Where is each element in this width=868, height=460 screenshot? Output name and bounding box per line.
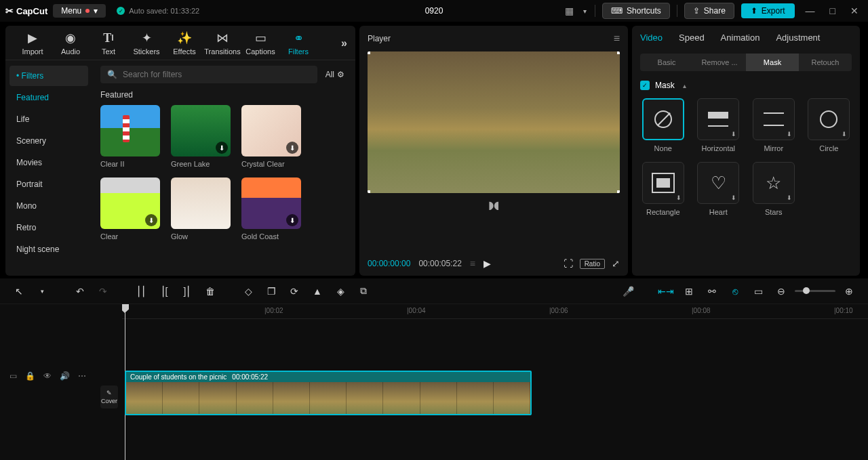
mask-item-mirror[interactable]: ⬇ Mirror: [751, 98, 797, 152]
tab-filters[interactable]: ⚭Filters: [279, 31, 317, 56]
mask-item-horizontal[interactable]: ⬇ Horizontal: [696, 98, 742, 152]
tab-animation[interactable]: Animation: [721, 33, 760, 45]
mask-item-rectangle[interactable]: ⬇ Rectangle: [640, 162, 686, 216]
refresh-tool[interactable]: ⟳: [285, 282, 304, 301]
window-minimize[interactable]: —: [802, 5, 819, 16]
all-filter-button[interactable]: All ⚙: [323, 70, 347, 79]
split-left-tool[interactable]: ⎮[: [155, 282, 174, 301]
subtab-remove[interactable]: Remove ...: [693, 54, 746, 71]
cover-button[interactable]: ✎ Cover: [100, 385, 118, 409]
tab-effects[interactable]: ✨Effects: [165, 31, 203, 56]
category-featured[interactable]: Featured: [9, 87, 88, 108]
undo-button[interactable]: ↶: [71, 282, 90, 301]
zoom-thumb[interactable]: [803, 287, 810, 294]
subtab-mask[interactable]: Mask: [746, 54, 799, 71]
snap-tool[interactable]: ⇤⇥: [656, 282, 675, 301]
copy-tool[interactable]: ❐: [262, 282, 281, 301]
filter-item[interactable]: Glow: [171, 177, 231, 241]
filter-item[interactable]: ⬇ Crystal Clear: [241, 105, 301, 168]
cursor-tool[interactable]: ↖: [9, 282, 28, 301]
crop-handle[interactable]: [368, 51, 370, 54]
scan-icon[interactable]: ⛶: [564, 258, 573, 269]
preview-tool[interactable]: ▭: [749, 282, 768, 301]
tab-transitions[interactable]: ⋈Transitions: [203, 31, 241, 56]
menu-button[interactable]: Menu ▾: [53, 4, 106, 18]
levels-icon[interactable]: ≡: [470, 258, 475, 269]
mask-item-circle[interactable]: ⬇ Circle: [806, 98, 852, 152]
chevron-down-icon[interactable]: ▾: [582, 6, 588, 16]
shortcuts-button[interactable]: ⌨ Shortcuts: [602, 3, 670, 19]
filter-item[interactable]: ⬇ Clear: [100, 177, 160, 241]
category-night-scene[interactable]: Night scene: [9, 239, 88, 259]
filter-item[interactable]: ⬇ Gold Coast: [241, 177, 301, 241]
tab-import[interactable]: ▶Import: [14, 31, 52, 56]
rotate-tool[interactable]: ◈: [331, 282, 350, 301]
crop-handle[interactable]: [617, 51, 620, 54]
tab-video[interactable]: Video: [640, 33, 663, 45]
search-box[interactable]: 🔍: [100, 66, 317, 83]
track-visibility-icon[interactable]: 👁: [43, 371, 52, 381]
link-tool[interactable]: ⚯: [703, 282, 722, 301]
export-button[interactable]: ⬆ Export: [741, 3, 795, 18]
share-button[interactable]: ⇪ Share: [684, 3, 734, 19]
window-maximize[interactable]: □: [826, 5, 840, 16]
play-button[interactable]: ▶: [484, 258, 491, 269]
tabs-more-icon[interactable]: »: [341, 37, 347, 49]
mask-item-none[interactable]: None: [640, 98, 686, 152]
layout-icon[interactable]: ▦: [564, 4, 575, 18]
project-name[interactable]: 0920: [425, 6, 443, 16]
chevron-down-icon[interactable]: ▾: [33, 282, 52, 301]
category-mono[interactable]: Mono: [9, 196, 88, 216]
category-header[interactable]: • Filters: [9, 66, 88, 86]
split-right-tool[interactable]: ]⎮: [178, 282, 197, 301]
tab-speed[interactable]: Speed: [679, 33, 705, 45]
mirror-tool[interactable]: ▲: [308, 282, 327, 301]
player-jog-icon[interactable]: ◗◖: [368, 198, 620, 211]
zoom-in-button[interactable]: ⊕: [840, 282, 859, 301]
track-lock-icon[interactable]: 🔒: [25, 371, 35, 381]
track-collapse-icon[interactable]: ▭: [9, 371, 17, 381]
tab-captions[interactable]: ▭Captions: [241, 31, 279, 56]
category-retro[interactable]: Retro: [9, 217, 88, 238]
category-portrait[interactable]: Portrait: [9, 174, 88, 194]
category-scenery[interactable]: Scenery: [9, 131, 88, 151]
tab-audio[interactable]: ◉Audio: [52, 31, 90, 56]
crop-handle[interactable]: [617, 190, 620, 193]
window-close[interactable]: ✕: [846, 5, 863, 16]
marker-tool[interactable]: ◇: [239, 282, 258, 301]
filter-item[interactable]: ⬇ Green Lake: [171, 105, 231, 168]
tab-adjustment[interactable]: Adjustment: [776, 33, 820, 45]
timeline-tracks[interactable]: |00:02 |00:04 |00:06 |00:08 |00:10 Coupl…: [122, 304, 868, 460]
filter-item[interactable]: Clear II: [100, 105, 160, 168]
mask-item-stars[interactable]: ☆⬇ Stars: [751, 162, 797, 216]
magnet-tool[interactable]: ⎋: [726, 282, 745, 301]
mask-item-heart[interactable]: ♡⬇ Heart: [696, 162, 742, 216]
ratio-button[interactable]: Ratio: [580, 259, 605, 269]
download-icon: ⬇: [216, 142, 228, 154]
subtab-retouch[interactable]: Retouch: [799, 54, 852, 71]
delete-tool[interactable]: 🗑: [201, 282, 220, 301]
tab-text[interactable]: TIText: [90, 31, 127, 56]
redo-button[interactable]: ↷: [94, 282, 113, 301]
player-menu-icon[interactable]: ≡: [614, 33, 620, 45]
crop-tool[interactable]: ⧉: [354, 282, 373, 301]
category-movies[interactable]: Movies: [9, 152, 88, 173]
video-clip[interactable]: Couple of students on the picnic 00:00:0…: [125, 371, 532, 415]
align-tool[interactable]: ⊞: [679, 282, 698, 301]
mask-checkbox[interactable]: ✓: [640, 81, 650, 90]
tab-stickers[interactable]: ✦Stickers: [127, 31, 165, 56]
subtab-basic[interactable]: Basic: [640, 54, 693, 71]
category-life[interactable]: Life: [9, 109, 88, 129]
chevron-up-icon[interactable]: ▴: [683, 82, 686, 89]
search-input[interactable]: [123, 70, 311, 79]
split-tool[interactable]: ⎮⎮: [132, 282, 151, 301]
timeline-ruler[interactable]: |00:02 |00:04 |00:06 |00:08 |00:10: [122, 304, 868, 319]
zoom-slider[interactable]: [795, 290, 835, 292]
player-canvas[interactable]: [368, 51, 620, 193]
zoom-out-button[interactable]: ⊖: [772, 282, 791, 301]
crop-handle[interactable]: [368, 190, 370, 193]
mic-tool[interactable]: 🎤: [618, 282, 637, 301]
track-mute-icon[interactable]: 🔊: [60, 371, 70, 381]
fullscreen-icon[interactable]: ⤢: [612, 258, 620, 269]
track-more-icon[interactable]: ⋯: [78, 371, 86, 381]
